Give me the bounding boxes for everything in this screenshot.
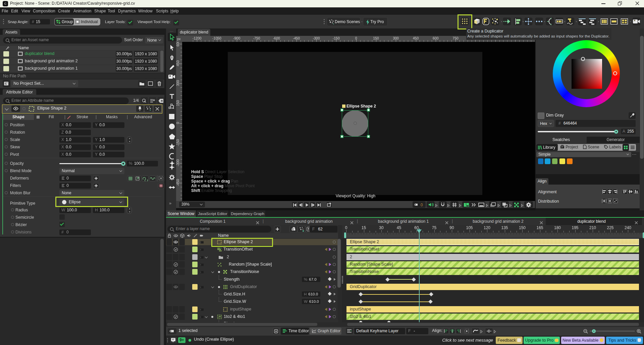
svg-text:0: 0 <box>421 203 423 207</box>
